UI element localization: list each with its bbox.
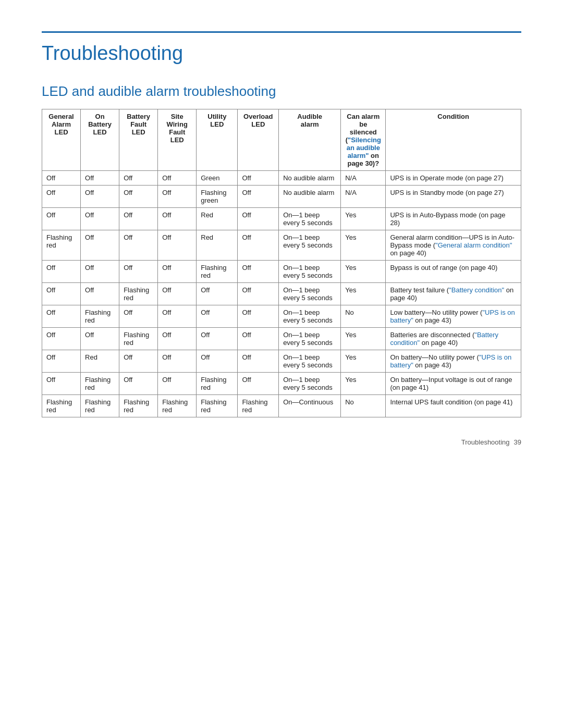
- table-cell: Off: [42, 328, 81, 350]
- table-cell: Off: [158, 208, 197, 230]
- table-cell: Flashing red: [119, 283, 158, 305]
- table-cell: Off: [158, 186, 197, 208]
- col-on-battery: OnBatteryLED: [81, 109, 119, 171]
- table-cell: Off: [238, 305, 279, 328]
- table-cell: Flashing green: [197, 186, 238, 208]
- condition-link[interactable]: "UPS is on battery": [390, 353, 511, 369]
- table-cell: No: [341, 305, 386, 328]
- silencing-link[interactable]: "Silencingan audiblealarm": [347, 136, 381, 159]
- table-cell: Off: [197, 350, 238, 373]
- table-cell: Off: [238, 350, 279, 373]
- table-cell: On—Continuous: [279, 395, 341, 417]
- table-cell: On—1 beep every 5 seconds: [279, 283, 341, 305]
- footer-page: 39: [514, 438, 521, 446]
- col-overload: OverloadLED: [238, 109, 279, 171]
- table-cell: Yes: [341, 373, 386, 395]
- table-cell: No: [341, 395, 386, 417]
- table-cell: Off: [119, 350, 158, 373]
- col-general: GeneralAlarmLED: [42, 109, 81, 171]
- table-cell: Off: [158, 230, 197, 261]
- table-cell: Flashing red: [81, 395, 119, 417]
- table-cell: Off: [197, 283, 238, 305]
- table-cell: Off: [238, 373, 279, 395]
- table-cell: Off: [42, 305, 81, 328]
- table-cell: Off: [119, 305, 158, 328]
- condition-cell: General alarm condition—UPS is in Auto-B…: [386, 230, 521, 261]
- table-cell: Red: [197, 230, 238, 261]
- footer-text: Troubleshooting: [461, 438, 510, 446]
- table-cell: Off: [81, 328, 119, 350]
- table-cell: Off: [238, 208, 279, 230]
- table-cell: Yes: [341, 261, 386, 283]
- table-cell: On—1 beep every 5 seconds: [279, 208, 341, 230]
- table-cell: Off: [238, 261, 279, 283]
- table-cell: Off: [119, 208, 158, 230]
- table-cell: Flashing red: [119, 395, 158, 417]
- condition-link[interactable]: "General alarm condition": [435, 241, 512, 249]
- table-cell: Off: [238, 328, 279, 350]
- table-cell: No audible alarm: [279, 186, 341, 208]
- table-cell: Flashing red: [158, 395, 197, 417]
- table-cell: Off: [158, 373, 197, 395]
- col-silence: Can alarmbe silenced("Silencingan audibl…: [341, 109, 386, 171]
- table-cell: Off: [158, 283, 197, 305]
- table-cell: Yes: [341, 328, 386, 350]
- table-cell: Off: [81, 283, 119, 305]
- table-cell: Off: [42, 283, 81, 305]
- table-cell: Red: [197, 208, 238, 230]
- table-cell: N/A: [341, 186, 386, 208]
- table-cell: Off: [42, 186, 81, 208]
- table-cell: Flashing red: [238, 395, 279, 417]
- table-cell: Green: [197, 171, 238, 186]
- table-cell: Flashing red: [81, 305, 119, 328]
- table-cell: Off: [81, 208, 119, 230]
- table-cell: Off: [238, 171, 279, 186]
- table-cell: On—1 beep every 5 seconds: [279, 230, 341, 261]
- table-cell: Off: [81, 171, 119, 186]
- table-cell: Flashing red: [42, 230, 81, 261]
- table-cell: Yes: [341, 283, 386, 305]
- table-cell: Off: [81, 186, 119, 208]
- table-cell: On—1 beep every 5 seconds: [279, 261, 341, 283]
- condition-link[interactable]: "Battery condition": [390, 331, 498, 347]
- troubleshooting-table: GeneralAlarmLED OnBatteryLED BatteryFaul…: [42, 109, 521, 417]
- table-cell: Off: [238, 230, 279, 261]
- col-battery-fault: BatteryFaultLED: [119, 109, 158, 171]
- table-cell: On—1 beep every 5 seconds: [279, 350, 341, 373]
- table-cell: Off: [119, 230, 158, 261]
- table-cell: Off: [158, 328, 197, 350]
- table-cell: Off: [42, 261, 81, 283]
- section-title: LED and audible alarm troubleshooting: [42, 83, 521, 100]
- table-cell: No audible alarm: [279, 171, 341, 186]
- col-site-wiring: SiteWiringFaultLED: [158, 109, 197, 171]
- footer: Troubleshooting 39: [42, 438, 521, 446]
- condition-cell: UPS is in Operate mode (on page 27): [386, 171, 521, 186]
- table-cell: Off: [119, 186, 158, 208]
- table-cell: Off: [238, 186, 279, 208]
- table-cell: Yes: [341, 230, 386, 261]
- table-cell: Off: [197, 328, 238, 350]
- table-cell: Off: [119, 373, 158, 395]
- condition-cell: UPS is in Auto-Bypass mode (on page 28): [386, 208, 521, 230]
- condition-cell: Battery test failure ("Battery condition…: [386, 283, 521, 305]
- table-cell: Off: [158, 350, 197, 373]
- condition-cell: Internal UPS fault condition (on page 41…: [386, 395, 521, 417]
- table-cell: Off: [197, 305, 238, 328]
- table-cell: Off: [81, 261, 119, 283]
- table-cell: Flashing red: [197, 395, 238, 417]
- table-cell: Off: [158, 305, 197, 328]
- condition-cell: Batteries are disconnected ("Battery con…: [386, 328, 521, 350]
- table-cell: Flashing red: [42, 395, 81, 417]
- col-utility: UtilityLED: [197, 109, 238, 171]
- condition-cell: Bypass is out of range (on page 40): [386, 261, 521, 283]
- table-cell: Yes: [341, 350, 386, 373]
- table-cell: On—1 beep every 5 seconds: [279, 328, 341, 350]
- condition-link[interactable]: "Battery condition": [449, 286, 504, 294]
- table-cell: Off: [119, 171, 158, 186]
- table-cell: On—1 beep every 5 seconds: [279, 373, 341, 395]
- table-cell: Flashing red: [81, 373, 119, 395]
- condition-cell: Low battery—No utility power ("UPS is on…: [386, 305, 521, 328]
- col-audible: Audiblealarm: [279, 109, 341, 171]
- condition-link[interactable]: "UPS is on battery": [390, 309, 515, 324]
- table-cell: Flashing red: [197, 261, 238, 283]
